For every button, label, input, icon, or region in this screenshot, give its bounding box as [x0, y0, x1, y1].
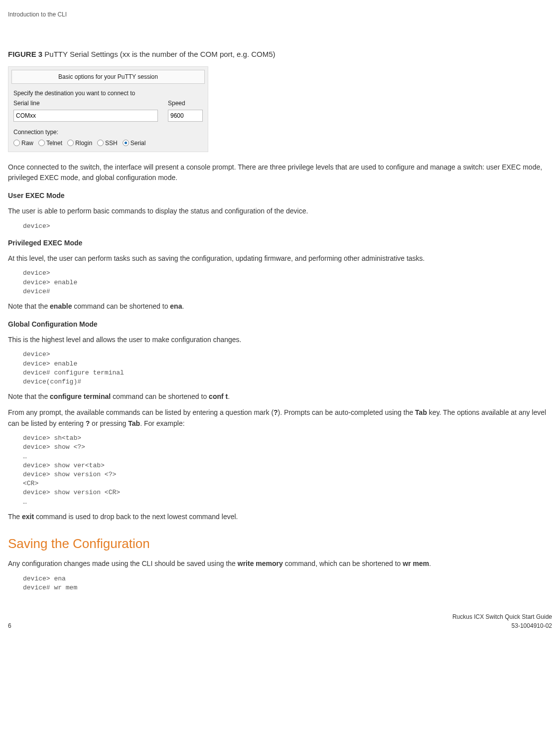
help-code: device> sh<tab> device> show <?> … devic… — [23, 434, 552, 507]
user-exec-code: device> — [23, 222, 552, 231]
radio-icon — [97, 140, 104, 146]
radio-icon — [67, 140, 74, 146]
text: Any configuration changes made using the… — [8, 559, 238, 567]
intro-paragraph: Once connected to the switch, the interf… — [8, 162, 552, 184]
radio-label: Rlogin — [75, 139, 92, 148]
figure-caption-text: PuTTY Serial Settings (xx is the number … — [44, 50, 275, 58]
footer-docnum: 53-1004910-02 — [452, 621, 552, 630]
figure-label: FIGURE 3 — [8, 50, 42, 58]
text: ). Prompts can be auto-completed using t… — [278, 408, 415, 416]
cmd-write-memory: write memory — [238, 559, 283, 567]
radio-label: SSH — [105, 139, 118, 148]
page-number: 6 — [8, 621, 11, 630]
figure-caption: FIGURE 3 PuTTY Serial Settings (xx is th… — [8, 49, 552, 60]
text: Note that the — [8, 302, 50, 310]
putty-radio-telnet[interactable]: Telnet — [38, 139, 62, 148]
text: . — [228, 392, 230, 400]
help-paragraph: From any prompt, the available commands … — [8, 407, 552, 429]
global-conf-note: Note that the configure terminal command… — [8, 391, 552, 402]
putty-radio-ssh[interactable]: SSH — [97, 139, 118, 148]
saving-code: device> ena device# wr mem — [23, 574, 552, 592]
putty-serial-line-label: Serial line — [13, 99, 127, 108]
radio-label: Raw — [21, 139, 33, 148]
putty-serial-line-input[interactable] — [13, 110, 158, 122]
radio-icon — [38, 140, 45, 146]
putty-dest-label: Specify the destination you want to conn… — [13, 89, 203, 98]
text: The — [8, 513, 22, 521]
exit-paragraph: The exit command is used to drop back to… — [8, 512, 552, 523]
cmd-wr-mem: wr mem — [403, 559, 429, 567]
text: . — [182, 302, 184, 310]
putty-title: Basic options for your PuTTY session — [11, 70, 205, 84]
text: Note that the — [8, 392, 50, 400]
putty-radio-group: Raw Telnet Rlogin SSH Serial — [13, 139, 203, 148]
cmd-ena: ena — [170, 302, 182, 310]
cmd-configure-terminal: configure terminal — [50, 392, 111, 400]
global-conf-text: This is the highest level and allows the… — [8, 335, 552, 346]
text: command is used to drop back to the next… — [34, 513, 238, 521]
key-tab: Tab — [415, 408, 427, 416]
user-exec-heading: User EXEC Mode — [8, 190, 552, 201]
putty-speed-label: Speed — [168, 99, 203, 108]
radio-label: Telnet — [46, 139, 62, 148]
text: command can be shortened to — [111, 392, 209, 400]
putty-conn-type-label: Connection type: — [13, 128, 203, 137]
text: From any prompt, the available commands … — [8, 408, 274, 416]
text: or pressing — [90, 419, 128, 427]
saving-paragraph: Any configuration changes made using the… — [8, 558, 552, 569]
page-footer: 6 Ruckus ICX Switch Quick Start Guide 53… — [8, 612, 552, 630]
global-conf-code: device> device> enable device# configure… — [23, 350, 552, 386]
text: command, which can be shortened to — [283, 559, 403, 567]
putty-radio-raw[interactable]: Raw — [13, 139, 33, 148]
saving-heading: Saving the Configuration — [8, 534, 552, 554]
cmd-enable: enable — [50, 302, 72, 310]
priv-exec-text: At this level, the user can perform task… — [8, 253, 552, 264]
footer-title: Ruckus ICX Switch Quick Start Guide — [452, 612, 552, 621]
user-exec-text: The user is able to perform basic comman… — [8, 206, 552, 217]
putty-speed-input[interactable] — [168, 110, 203, 122]
priv-exec-note: Note that the enable command can be shor… — [8, 301, 552, 312]
radio-icon — [13, 140, 20, 146]
radio-icon — [123, 140, 129, 146]
text: . For example: — [140, 419, 184, 427]
key-tab: Tab — [128, 419, 140, 427]
key-question: ? — [86, 419, 90, 427]
text: . — [429, 559, 431, 567]
key-question: ? — [274, 408, 278, 416]
putty-dialog: Basic options for your PuTTY session Spe… — [8, 66, 208, 152]
priv-exec-code: device> device> enable device# — [23, 269, 552, 296]
radio-label: Serial — [131, 139, 146, 148]
global-conf-heading: Global Configuration Mode — [8, 319, 552, 330]
putty-radio-rlogin[interactable]: Rlogin — [67, 139, 92, 148]
text: command can be shortened to — [72, 302, 170, 310]
cmd-conf-t: conf t — [209, 392, 228, 400]
page-header: Introduction to the CLI — [8, 10, 552, 19]
priv-exec-heading: Privileged EXEC Mode — [8, 238, 552, 248]
putty-radio-serial[interactable]: Serial — [123, 139, 146, 148]
cmd-exit: exit — [22, 513, 34, 521]
